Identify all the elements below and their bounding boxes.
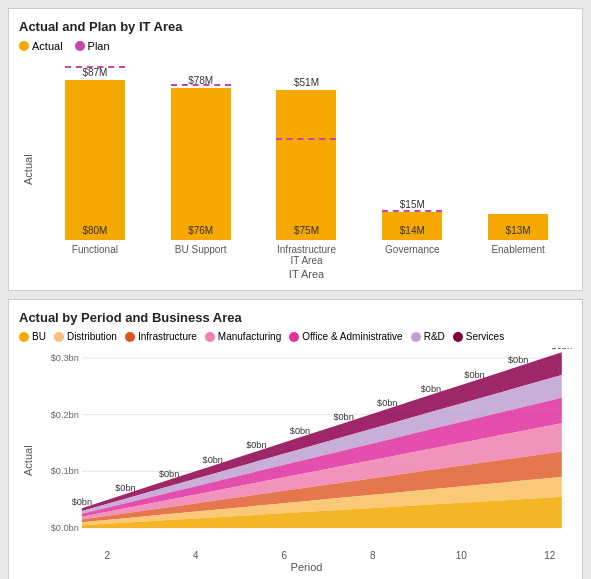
bar-chart-container: Actual $87M$80M$78M$76M$51M$75M$15M$14M$… xyxy=(19,60,572,280)
x-label2-0 xyxy=(41,550,85,561)
svg-text:$0bn: $0bn xyxy=(246,441,266,451)
legend-actual: Actual xyxy=(19,40,63,52)
bar-wrapper-4: $13M xyxy=(488,214,548,240)
plan-value-2: $51M xyxy=(294,77,319,88)
area-y-axis-label: Actual xyxy=(19,348,37,573)
actual-value-4: $13M xyxy=(506,225,531,236)
bar-group-3: $15M$14M xyxy=(368,199,456,240)
bar-wrapper-2: $75M xyxy=(276,90,336,240)
x-label2-7: 8 xyxy=(351,550,395,561)
svg-text:$0bn: $0bn xyxy=(421,384,441,394)
actual-bar-2: $75M xyxy=(276,90,336,240)
actual-bar-1: $76M xyxy=(171,88,231,240)
svg-text:$0bn: $0bn xyxy=(333,412,353,422)
actual-bar-3: $14M xyxy=(382,212,442,240)
x-label-1: BU Support xyxy=(157,244,245,266)
svg-text:$0bn: $0bn xyxy=(464,370,484,380)
x-label-0: Functional xyxy=(51,244,139,266)
bottom-legend-dot-0 xyxy=(19,332,29,342)
plan-value-0: $87M xyxy=(82,67,107,78)
svg-text:$0bn: $0bn xyxy=(508,356,528,366)
plan-value-3: $15M xyxy=(400,199,425,210)
svg-text:$0bn: $0bn xyxy=(552,348,572,351)
actual-value-2: $75M xyxy=(294,225,319,236)
bottom-legend-label-0: BU xyxy=(32,331,46,342)
plan-dot xyxy=(75,41,85,51)
area-svg: $0.0bn$0.1bn$0.2bn$0.3bn$0bn$0bn$0bn$0bn… xyxy=(41,348,572,548)
top-panel-title: Actual and Plan by IT Area xyxy=(19,19,572,34)
x-label2-9: 10 xyxy=(439,550,483,561)
svg-text:$0.0bn: $0.0bn xyxy=(51,523,79,533)
bottom-legend-item-1: Distribution xyxy=(54,331,117,342)
bottom-legend-dot-1 xyxy=(54,332,64,342)
bottom-legend-item-2: Infrastructure xyxy=(125,331,197,342)
svg-text:$0bn: $0bn xyxy=(159,469,179,479)
bottom-legend-item-6: Services xyxy=(453,331,504,342)
x-label2-10 xyxy=(484,550,528,561)
plan-line-2 xyxy=(276,138,336,140)
svg-text:$0.2bn: $0.2bn xyxy=(51,410,79,420)
x-label2-3: 4 xyxy=(174,550,218,561)
bottom-legend-label-1: Distribution xyxy=(67,331,117,342)
plan-label: Plan xyxy=(88,40,110,52)
bottom-legend-label-4: Office & Administrative xyxy=(302,331,402,342)
bar-group-2: $51M$75M xyxy=(263,77,351,240)
plan-line-0 xyxy=(65,66,125,68)
x-axis-title: IT Area xyxy=(41,268,572,280)
x-label2-5: 6 xyxy=(262,550,306,561)
bottom-panel: Actual by Period and Business Area BUDis… xyxy=(8,299,583,579)
bar-group-4: $13M xyxy=(474,200,562,240)
svg-text:$0bn: $0bn xyxy=(72,497,92,507)
bottom-legend-dot-3 xyxy=(205,332,215,342)
x-label2-11: 12 xyxy=(528,550,572,561)
actual-bar-4: $13M xyxy=(488,214,548,240)
legend-plan: Plan xyxy=(75,40,110,52)
bars-area: $87M$80M$78M$76M$51M$75M$15M$14M$13M xyxy=(41,60,572,240)
svg-text:$0bn: $0bn xyxy=(290,426,310,436)
svg-text:$0bn: $0bn xyxy=(115,483,135,493)
bar-wrapper-3: $14M xyxy=(382,212,442,240)
x-label2-1: 2 xyxy=(85,550,129,561)
bottom-legend: BUDistributionInfrastructureManufacturin… xyxy=(19,331,572,342)
bar-group-1: $78M$76M xyxy=(157,75,245,240)
x-label2-6 xyxy=(307,550,351,561)
x-label2-8 xyxy=(395,550,439,561)
plan-line-1 xyxy=(171,84,231,86)
actual-dot xyxy=(19,41,29,51)
svg-text:$0.1bn: $0.1bn xyxy=(51,466,79,476)
bottom-legend-dot-2 xyxy=(125,332,135,342)
bottom-legend-item-5: R&D xyxy=(411,331,445,342)
bar-wrapper-1: $76M xyxy=(171,88,231,240)
actual-value-3: $14M xyxy=(400,225,425,236)
top-panel: Actual and Plan by IT Area Actual Plan A… xyxy=(8,8,583,291)
x-axis-title2: Period xyxy=(41,561,572,573)
bottom-legend-item-4: Office & Administrative xyxy=(289,331,402,342)
bar-wrapper-0: $80M xyxy=(65,80,125,240)
bar-y-axis-label: Actual xyxy=(19,60,37,280)
plan-line-3 xyxy=(382,210,442,212)
x-axis: FunctionalBU SupportInfrastructure IT Ar… xyxy=(41,240,572,266)
bar-chart: $87M$80M$78M$76M$51M$75M$15M$14M$13M Fun… xyxy=(41,60,572,280)
x-label-4: Enablement xyxy=(474,244,562,266)
actual-bar-0: $80M xyxy=(65,80,125,240)
area-chart: $0.0bn$0.1bn$0.2bn$0.3bn$0bn$0bn$0bn$0bn… xyxy=(41,348,572,573)
svg-text:$0bn: $0bn xyxy=(203,455,223,465)
bottom-legend-item-3: Manufacturing xyxy=(205,331,281,342)
bottom-legend-label-2: Infrastructure xyxy=(138,331,197,342)
area-chart-container: Actual $0.0bn$0.1bn$0.2bn$0.3bn$0bn$0bn$… xyxy=(19,348,572,573)
x-label2-4 xyxy=(218,550,262,561)
x-label-3: Governance xyxy=(368,244,456,266)
bottom-legend-dot-4 xyxy=(289,332,299,342)
bottom-legend-item-0: BU xyxy=(19,331,46,342)
svg-text:$0bn: $0bn xyxy=(377,398,397,408)
actual-value-1: $76M xyxy=(188,225,213,236)
bar-group-0: $87M$80M xyxy=(51,67,139,240)
bottom-legend-label-3: Manufacturing xyxy=(218,331,281,342)
bottom-panel-title: Actual by Period and Business Area xyxy=(19,310,572,325)
svg-text:$0.3bn: $0.3bn xyxy=(51,353,79,363)
x-axis2: 24681012 xyxy=(41,550,572,561)
bottom-legend-dot-6 xyxy=(453,332,463,342)
bottom-legend-label-5: R&D xyxy=(424,331,445,342)
bottom-legend-label-6: Services xyxy=(466,331,504,342)
actual-value-0: $80M xyxy=(82,225,107,236)
